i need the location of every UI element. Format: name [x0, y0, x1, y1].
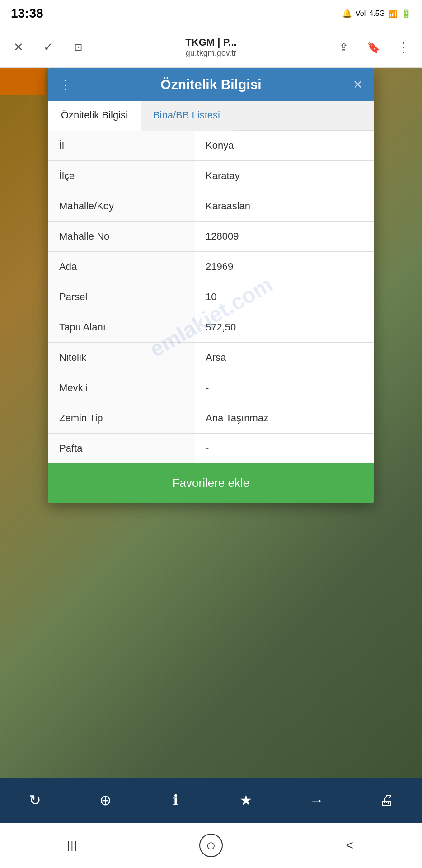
- modal: ⋮ Öznitelik Bilgisi ✕ Öznitelik Bilgisi …: [48, 68, 374, 503]
- table-row: Mahalle No 128009: [48, 222, 374, 252]
- android-home-button[interactable]: ○: [199, 834, 223, 857]
- row-value: Konya: [195, 131, 374, 161]
- row-value: -: [195, 434, 374, 464]
- table-row: Tapu Alanı 572,50: [48, 312, 374, 343]
- browser-url-block[interactable]: TKGM | P... gu.tkgm.gov.tr: [97, 37, 325, 58]
- row-label: İlçe: [48, 161, 195, 191]
- network-icon: 4.5G: [369, 9, 385, 18]
- table-row: İlçe Karatay: [48, 161, 374, 191]
- data-table: İl Konya İlçe Karatay Mahalle/Köy Karaas…: [48, 131, 374, 463]
- status-icons: 🔔 Vol 4.5G 📶 🔋: [342, 9, 411, 19]
- browser-down-button[interactable]: ✓: [37, 36, 60, 59]
- favorites-button[interactable]: Favorilere ekle: [48, 463, 374, 503]
- modal-header: ⋮ Öznitelik Bilgisi ✕: [48, 68, 374, 101]
- refresh-icon[interactable]: ↻: [22, 787, 49, 814]
- row-label: Mahalle/Köy: [48, 191, 195, 222]
- row-label: İl: [48, 131, 195, 161]
- tab-bina-bb-listesi[interactable]: Bina/BB Listesi: [141, 101, 233, 131]
- signal-bars-icon: 📶: [389, 9, 398, 18]
- star-icon[interactable]: ★: [233, 787, 260, 814]
- row-label: Mevkii: [48, 373, 195, 403]
- row-label: Nitelik: [48, 343, 195, 373]
- row-value: -: [195, 373, 374, 403]
- table-row: Pafta -: [48, 434, 374, 464]
- row-value: 572,50: [195, 312, 374, 343]
- row-label: Parsel: [48, 282, 195, 312]
- browser-share-button[interactable]: ⇪: [333, 36, 355, 59]
- row-label: Pafta: [48, 434, 195, 464]
- table-row: Zemin Tip Ana Taşınmaz: [48, 403, 374, 434]
- location-icon[interactable]: ⊕: [92, 787, 119, 814]
- status-time: 13:38: [11, 6, 43, 21]
- bottom-browser-nav: ↻ ⊕ ℹ ★ → 🖨: [0, 778, 422, 823]
- modal-close-button[interactable]: ✕: [345, 78, 363, 92]
- alarm-icon: 🔔: [342, 9, 352, 19]
- row-label: Tapu Alanı: [48, 312, 195, 343]
- row-label: Mahalle No: [48, 222, 195, 252]
- browser-bookmark-button[interactable]: 🔖: [362, 36, 385, 59]
- table-row: Parsel 10: [48, 282, 374, 312]
- android-nav: ||| ○ <: [0, 823, 422, 868]
- row-value: 128009: [195, 222, 374, 252]
- signal-text: Vol: [356, 9, 366, 18]
- row-label: Ada: [48, 252, 195, 282]
- browser-close-button[interactable]: ✕: [7, 36, 30, 59]
- modal-title: Öznitelik Bilgisi: [77, 77, 345, 92]
- row-label: Zemin Tip: [48, 403, 195, 434]
- row-value: 10: [195, 282, 374, 312]
- row-value: Arsa: [195, 343, 374, 373]
- print-icon[interactable]: 🖨: [373, 787, 400, 814]
- table-row: Nitelik Arsa: [48, 343, 374, 373]
- modal-content: emlakjet.com İl Konya İlçe Karatay Mahal…: [48, 131, 374, 503]
- row-value: Karaaslan: [195, 191, 374, 222]
- browser-url: gu.tkgm.gov.tr: [186, 48, 237, 58]
- row-value: Karatay: [195, 161, 374, 191]
- modal-menu-icon[interactable]: ⋮: [59, 77, 77, 92]
- tab-oznitelik-bilgisi[interactable]: Öznitelik Bilgisi: [48, 101, 141, 131]
- table-row: Ada 21969: [48, 252, 374, 282]
- arrow-icon[interactable]: →: [303, 787, 330, 814]
- status-bar: 13:38 🔔 Vol 4.5G 📶 🔋: [0, 0, 422, 27]
- info-icon[interactable]: ℹ: [162, 787, 189, 814]
- android-back-button[interactable]: <: [332, 832, 368, 859]
- browser-more-button[interactable]: ⋮: [392, 36, 415, 59]
- browser-toolbar: ✕ ✓ ⊡ TKGM | P... gu.tkgm.gov.tr ⇪ 🔖 ⋮: [0, 27, 422, 68]
- battery-icon: 🔋: [401, 9, 411, 19]
- table-row: Mevkii -: [48, 373, 374, 403]
- table-row: Mahalle/Köy Karaaslan: [48, 191, 374, 222]
- modal-tabs: Öznitelik Bilgisi Bina/BB Listesi: [48, 101, 374, 131]
- browser-switch-button[interactable]: ⊡: [67, 36, 89, 59]
- table-row: İl Konya: [48, 131, 374, 161]
- android-recent-button[interactable]: |||: [54, 832, 90, 859]
- modal-overlay: ⋮ Öznitelik Bilgisi ✕ Öznitelik Bilgisi …: [0, 68, 422, 778]
- row-value: 21969: [195, 252, 374, 282]
- browser-title: TKGM | P...: [185, 37, 236, 48]
- row-value: Ana Taşınmaz: [195, 403, 374, 434]
